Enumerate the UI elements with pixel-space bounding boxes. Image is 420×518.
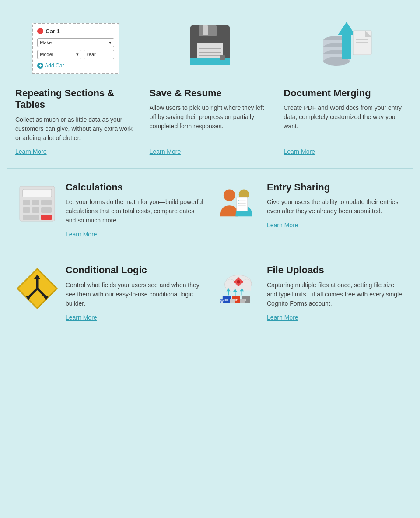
feature-doc-merging: Document Merging Create PDF and Word doc…: [277, 13, 411, 155]
svg-rect-59: [241, 281, 243, 283]
feature-save-resume: Save & Resume Allow users to pick up rig…: [143, 13, 277, 155]
doc-merging-title: Document Merging: [284, 88, 405, 99]
feature-file-uploads: DOC W PDF IPS File Uploads Capturing mul…: [210, 264, 411, 321]
svg-point-55: [237, 280, 240, 284]
svg-rect-28: [41, 200, 52, 205]
svg-rect-27: [32, 200, 39, 205]
people-svg: ✓ ✓ —: [217, 184, 260, 223]
svg-rect-29: [23, 207, 30, 213]
file-uploads-learn-more[interactable]: Learn More: [267, 314, 298, 321]
add-car-button[interactable]: + Add Car: [37, 63, 114, 69]
svg-rect-30: [32, 207, 39, 213]
repeating-learn-more[interactable]: Learn More: [15, 148, 136, 155]
svg-rect-74: [230, 299, 235, 303]
add-car-label: Add Car: [45, 63, 64, 69]
entry-sharing-icon: ✓ ✓ —: [217, 182, 260, 223]
svg-text:W: W: [220, 300, 224, 303]
svg-point-34: [224, 189, 235, 201]
entry-sharing-learn-more[interactable]: Learn More: [267, 222, 298, 229]
make-select[interactable]: Make ▾: [37, 38, 114, 47]
top-features-section: Car 1 Make ▾ Model ▾ Year +: [0, 0, 420, 168]
svg-rect-31: [41, 207, 52, 213]
feature-conditional-logic: Conditional Logic Control what fields yo…: [9, 264, 210, 321]
calculations-title: Calculations: [66, 182, 203, 193]
feature-calculations: Calculations Let your forms do the math …: [9, 182, 210, 238]
feature-entry-sharing: ✓ ✓ — Entry Sharing Give your users the …: [210, 182, 411, 238]
calculations-learn-more[interactable]: Learn More: [66, 231, 97, 238]
file-uploads-desc: Capturing multiple files at once, settin…: [267, 281, 405, 308]
repeating-desc: Collect as much or as little data as you…: [15, 115, 136, 143]
file-upload-svg: DOC W PDF IPS: [217, 267, 260, 310]
model-year-row: Model ▾ Year: [37, 50, 114, 59]
file-uploads-icon: DOC W PDF IPS: [217, 264, 260, 310]
svg-rect-56: [238, 278, 240, 279]
make-label: Make: [40, 40, 52, 45]
chevron-down-icon2: ▾: [76, 52, 79, 57]
model-select[interactable]: Model ▾: [37, 50, 81, 59]
chevron-down-icon: ▾: [109, 40, 112, 46]
svg-rect-26: [23, 200, 30, 205]
svg-rect-57: [238, 285, 240, 286]
entry-sharing-title: Entry Sharing: [267, 182, 405, 193]
save-resume-icon: [150, 13, 271, 83]
entry-sharing-desc: Give your users the ability to update th…: [267, 197, 405, 216]
year-label: Year: [86, 52, 96, 57]
car-circle-icon: [37, 28, 43, 34]
calculations-content: Calculations Let your forms do the math …: [66, 182, 203, 238]
svg-rect-23: [356, 49, 366, 49]
save-resume-learn-more[interactable]: Learn More: [150, 148, 271, 155]
car-title: Car 1: [37, 28, 114, 35]
calculations-desc: Let your forms do the math for you—build…: [66, 197, 203, 225]
add-icon: +: [37, 63, 43, 69]
svg-text:—: —: [238, 204, 240, 207]
conditional-logic-icon: [15, 264, 59, 310]
svg-rect-20: [356, 39, 368, 40]
svg-rect-8: [190, 62, 230, 65]
svg-rect-32: [23, 215, 39, 220]
feature-repeating: Car 1 Make ▾ Model ▾ Year +: [9, 13, 143, 155]
svg-rect-21: [356, 42, 368, 43]
mid-features-section: Calculations Let your forms do the math …: [0, 169, 420, 251]
save-resume-desc: Allow users to pick up right where they …: [150, 103, 271, 142]
svg-rect-75: [240, 299, 245, 303]
calculations-icon: [15, 182, 59, 223]
svg-rect-9: [220, 55, 225, 60]
doc-merging-learn-more[interactable]: Learn More: [284, 148, 405, 155]
svg-rect-33: [41, 215, 52, 220]
save-resume-title: Save & Resume: [150, 88, 271, 99]
conditional-logic-learn-more[interactable]: Learn More: [66, 314, 97, 321]
svg-rect-6: [203, 25, 208, 35]
doc-merging-icon: [284, 13, 405, 83]
conditional-logic-title: Conditional Logic: [66, 264, 203, 276]
conditional-logic-desc: Control what fields your users see and w…: [66, 281, 203, 308]
calculator-svg: [18, 184, 57, 223]
svg-rect-22: [356, 46, 364, 46]
repeating-icon: Car 1 Make ▾ Model ▾ Year +: [15, 13, 136, 83]
doc-merging-desc: Create PDF and Word docs from your entry…: [284, 103, 405, 142]
diamond-svg: [15, 267, 59, 310]
entry-sharing-content: Entry Sharing Give your users the abilit…: [267, 182, 405, 229]
file-uploads-content: File Uploads Capturing multiple files at…: [267, 264, 405, 321]
car-label: Car 1: [46, 28, 60, 35]
svg-rect-58: [234, 281, 236, 283]
repeating-title: Repeating Sections & Tables: [15, 88, 136, 111]
model-label: Model: [40, 52, 53, 57]
bottom-features-section: Conditional Logic Control what fields yo…: [0, 251, 420, 334]
svg-rect-25: [23, 189, 52, 197]
car-widget: Car 1 Make ▾ Model ▾ Year +: [32, 23, 119, 74]
year-select[interactable]: Year: [84, 50, 115, 59]
floppy-disk-svg: [188, 23, 232, 74]
conditional-logic-content: Conditional Logic Control what fields yo…: [66, 264, 203, 321]
file-uploads-title: File Uploads: [267, 264, 405, 276]
doc-merge-svg: [314, 18, 375, 79]
